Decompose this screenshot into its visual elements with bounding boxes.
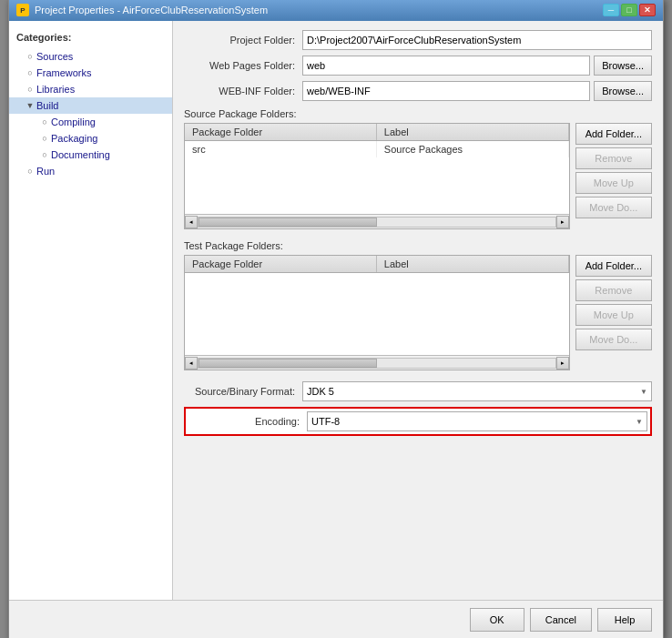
project-folder-label: Project Folder: (184, 35, 302, 46)
expand-icon: ○ (24, 83, 36, 96)
sidebar-item-run[interactable]: ○ Run (9, 163, 172, 179)
hscroll-track[interactable] (198, 358, 556, 369)
sidebar-item-label: Compiling (51, 116, 96, 127)
sidebar-title: Categories: (9, 28, 172, 48)
test-hscroll[interactable]: ◂ ▸ (185, 355, 569, 370)
hscroll-left-arrow[interactable]: ◂ (185, 357, 198, 370)
expand-icon: ○ (38, 148, 51, 161)
sidebar-item-sources[interactable]: ○ Sources (9, 48, 172, 65)
test-table-header: Package Folder Label (185, 256, 569, 273)
source-col-label: Label (377, 124, 569, 140)
test-side-buttons: Add Folder... Remove Move Up Move Do... (575, 255, 652, 350)
source-folders-table: Package Folder Label src Source Packages… (184, 123, 570, 229)
sidebar-item-label: Sources (36, 51, 73, 62)
sidebar-item-build[interactable]: ▼ Build (9, 97, 172, 114)
table-row[interactable]: src Source Packages (185, 141, 569, 157)
test-folders-section: Package Folder Label ◂ ▸ (184, 255, 652, 374)
source-label-cell: Source Packages (377, 141, 569, 157)
encoding-arrow: ▼ (636, 418, 643, 426)
source-binary-format-label: Source/Binary Format: (184, 386, 302, 397)
source-folders-title: Source Package Folders: (184, 108, 652, 119)
webinf-folder-label: WEB-INF Folder: (184, 86, 302, 96)
hscroll-thumb (199, 218, 377, 227)
test-remove-button[interactable]: Remove (575, 279, 652, 301)
maximize-button[interactable]: □ (621, 4, 637, 16)
project-folder-input[interactable] (302, 30, 652, 50)
title-controls: ─ □ ✕ (603, 4, 656, 16)
sidebar-item-label: Frameworks (36, 67, 92, 78)
dialog-title: Project Properties - AirForceClubReserva… (35, 5, 268, 15)
test-col-label: Label (377, 256, 569, 272)
sidebar-item-label: Documenting (51, 149, 110, 160)
expand-icon: ○ (24, 66, 36, 79)
source-folders-section: Package Folder Label src Source Packages… (184, 123, 652, 233)
sidebar-item-frameworks[interactable]: ○ Frameworks (9, 65, 172, 81)
source-folders-table-wrapper: Package Folder Label src Source Packages… (184, 123, 570, 233)
sidebar-item-libraries[interactable]: ○ Libraries (9, 81, 172, 97)
source-binary-format-row: Source/Binary Format: JDK 5 ▼ (184, 381, 652, 401)
sidebar-item-label: Packaging (51, 133, 97, 144)
project-folder-row: Project Folder: (184, 30, 652, 50)
sidebar-item-documenting[interactable]: ○ Documenting (9, 147, 172, 163)
dialog-icon: P (16, 4, 29, 16)
encoding-label: Encoding: (188, 416, 307, 427)
source-col-package: Package Folder (185, 124, 377, 140)
source-table-body: src Source Packages (185, 141, 569, 214)
expand-icon: ▼ (24, 99, 36, 112)
dialog-body: Categories: ○ Sources ○ Frameworks ○ Lib… (9, 21, 663, 600)
test-move-up-button[interactable]: Move Up (575, 304, 652, 326)
sidebar-item-packaging[interactable]: ○ Packaging (9, 130, 172, 147)
source-table-header: Package Folder Label (185, 124, 569, 141)
minimize-button[interactable]: ─ (603, 4, 619, 16)
source-binary-format-value: JDK 5 (307, 386, 334, 397)
expand-icon: ○ (24, 50, 36, 63)
source-remove-button[interactable]: Remove (575, 147, 652, 169)
cancel-button[interactable]: Cancel (530, 608, 592, 632)
hscroll-left-arrow[interactable]: ◂ (185, 216, 198, 228)
sidebar: Categories: ○ Sources ○ Frameworks ○ Lib… (9, 21, 173, 600)
test-table-body (185, 273, 569, 355)
hscroll-thumb (199, 359, 377, 368)
main-content: Project Folder: Web Pages Folder: Browse… (173, 21, 663, 600)
sidebar-item-label: Run (36, 166, 55, 177)
hscroll-right-arrow[interactable]: ▸ (556, 216, 569, 228)
close-button[interactable]: ✕ (639, 4, 656, 16)
test-col-package: Package Folder (185, 256, 377, 272)
source-binary-format-arrow: ▼ (640, 388, 647, 396)
source-hscroll[interactable]: ◂ ▸ (185, 214, 569, 228)
expand-icon: ○ (38, 132, 51, 145)
title-bar: P Project Properties - AirForceClubReser… (9, 0, 663, 21)
web-pages-folder-label: Web Pages Folder: (184, 60, 302, 71)
webinf-folder-row: WEB-INF Folder: Browse... (184, 81, 652, 101)
encoding-value: UTF-8 (311, 416, 340, 427)
sidebar-item-label: Build (36, 100, 58, 111)
dialog-footer: OK Cancel Help (9, 600, 663, 638)
web-pages-folder-row: Web Pages Folder: Browse... (184, 56, 652, 76)
test-add-folder-button[interactable]: Add Folder... (575, 255, 652, 277)
ok-button[interactable]: OK (470, 608, 524, 632)
hscroll-right-arrow[interactable]: ▸ (556, 357, 569, 370)
test-folders-table-wrapper: Package Folder Label ◂ ▸ (184, 255, 570, 374)
hscroll-track[interactable] (198, 217, 556, 228)
expand-icon: ○ (38, 116, 51, 128)
webinf-browse-button[interactable]: Browse... (594, 81, 652, 101)
title-bar-left: P Project Properties - AirForceClubReser… (16, 4, 268, 16)
sidebar-item-label: Libraries (36, 84, 75, 95)
source-binary-format-select[interactable]: JDK 5 ▼ (302, 381, 652, 401)
bottom-section: Source/Binary Format: JDK 5 ▼ Encoding: … (184, 381, 652, 436)
expand-icon: ○ (24, 165, 36, 177)
source-add-folder-button[interactable]: Add Folder... (575, 123, 652, 145)
source-move-up-button[interactable]: Move Up (575, 172, 652, 194)
webinf-folder-input[interactable] (302, 81, 590, 101)
encoding-select[interactable]: UTF-8 ▼ (307, 411, 647, 431)
test-folders-title: Test Package Folders: (184, 240, 652, 251)
test-folders-table: Package Folder Label ◂ ▸ (184, 255, 570, 370)
sidebar-item-compiling[interactable]: ○ Compiling (9, 114, 172, 130)
test-move-down-button[interactable]: Move Do... (575, 329, 652, 350)
source-side-buttons: Add Folder... Remove Move Up Move Do... (575, 123, 652, 218)
web-pages-folder-input[interactable] (302, 56, 590, 76)
project-properties-dialog: P Project Properties - AirForceClubReser… (8, 0, 664, 638)
web-pages-browse-button[interactable]: Browse... (594, 56, 652, 76)
source-move-down-button[interactable]: Move Do... (575, 197, 652, 218)
help-button[interactable]: Help (597, 608, 652, 632)
